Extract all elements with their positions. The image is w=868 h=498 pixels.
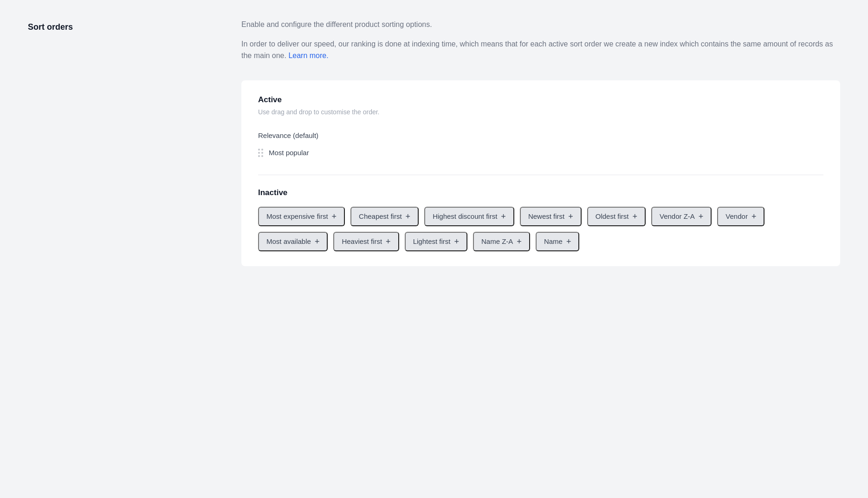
plus-icon: + — [406, 212, 411, 221]
description-secondary: In order to deliver our speed, our ranki… — [241, 38, 840, 62]
active-item-most-popular[interactable]: Most popular — [258, 144, 823, 162]
plus-icon: + — [501, 212, 506, 221]
tag-most-available[interactable]: Most available + — [258, 232, 328, 251]
sort-orders-card: Active Use drag and drop to customise th… — [241, 80, 840, 266]
section-divider — [258, 175, 823, 175]
tag-label: Highest discount first — [433, 212, 497, 220]
plus-icon: + — [751, 212, 757, 221]
tag-label: Name Z-A — [481, 237, 513, 245]
tag-label: Newest first — [528, 212, 564, 220]
plus-icon: + — [315, 237, 320, 246]
tag-vendor[interactable]: Vendor + — [717, 207, 764, 226]
plus-icon: + — [699, 212, 704, 221]
relevance-label: Relevance (default) — [258, 131, 318, 139]
most-popular-label: Most popular — [269, 149, 309, 157]
tag-label: Oldest first — [596, 212, 629, 220]
tag-name[interactable]: Name + — [536, 232, 580, 251]
tag-label: Most expensive first — [266, 212, 328, 220]
active-section-hint: Use drag and drop to customise the order… — [258, 108, 823, 116]
plus-icon: + — [332, 212, 337, 221]
inactive-section: Inactive Most expensive first + Cheapest… — [258, 188, 823, 251]
plus-icon: + — [566, 237, 571, 246]
tag-newest-first[interactable]: Newest first + — [520, 207, 582, 226]
tag-label: Most available — [266, 237, 311, 245]
tag-label: Vendor Z-A — [660, 212, 695, 220]
plus-icon: + — [386, 237, 391, 246]
tag-lightest-first[interactable]: Lightest first + — [405, 232, 467, 251]
description-primary: Enable and configure the different produ… — [241, 19, 840, 31]
active-items-list: Relevance (default) Most popular — [258, 127, 823, 162]
tag-highest-discount-first[interactable]: Highest discount first + — [424, 207, 514, 226]
section-title: Sort orders — [28, 22, 204, 32]
tag-label: Vendor — [725, 212, 748, 220]
learn-more-link[interactable]: Learn more. — [288, 52, 328, 59]
tag-label: Name — [544, 237, 563, 245]
tag-cheapest-first[interactable]: Cheapest first + — [350, 207, 419, 226]
drag-handle-most-popular[interactable] — [258, 149, 263, 157]
active-item-relevance: Relevance (default) — [258, 127, 823, 144]
tag-label: Heaviest first — [342, 237, 382, 245]
plus-icon: + — [517, 237, 522, 246]
tag-label: Cheapest first — [359, 212, 402, 220]
plus-icon: + — [568, 212, 573, 221]
plus-icon: + — [454, 237, 460, 246]
inactive-section-title: Inactive — [258, 188, 823, 197]
active-section-title: Active — [258, 95, 823, 105]
tag-most-expensive-first[interactable]: Most expensive first + — [258, 207, 345, 226]
tag-name-za[interactable]: Name Z-A + — [473, 232, 530, 251]
inactive-tags-grid: Most expensive first + Cheapest first + … — [258, 207, 823, 251]
plus-icon: + — [632, 212, 637, 221]
tag-oldest-first[interactable]: Oldest first + — [587, 207, 646, 226]
tag-label: Lightest first — [413, 237, 451, 245]
active-section: Active Use drag and drop to customise th… — [258, 95, 823, 162]
tag-vendor-za[interactable]: Vendor Z-A + — [651, 207, 712, 226]
tag-heaviest-first[interactable]: Heaviest first + — [333, 232, 399, 251]
